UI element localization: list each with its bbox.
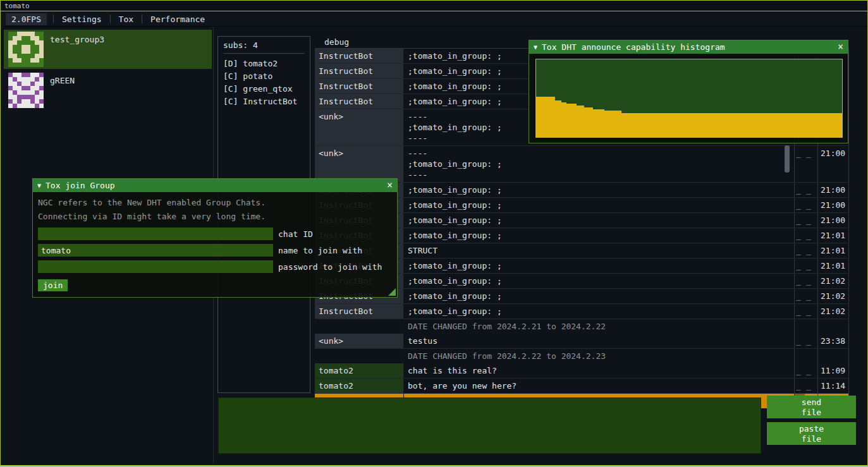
timestamp: 21:00 (817, 146, 848, 182)
histogram-bar (577, 106, 584, 137)
sender-name: tomato2 (315, 379, 403, 393)
group-item-test-group3[interactable]: test_group3 (4, 30, 212, 69)
chat-scrollbar-thumb[interactable] (785, 145, 790, 173)
message-row[interactable]: <unk>---- ;tomato_in_group: ; ----__21:0… (315, 146, 848, 183)
join-button[interactable]: join (38, 279, 68, 291)
window-titlebar[interactable]: tomato (1, 1, 867, 11)
histogram-bar (555, 100, 561, 137)
histogram-bar (593, 109, 604, 137)
join-name-input[interactable] (38, 244, 273, 257)
message-row[interactable]: tomato2bot, are you new here?__11:14 (315, 379, 848, 394)
message-text: DATE CHANGED from 2024.2.22 to 2024.2.23 (403, 349, 794, 363)
message-text: ;tomato_in_group: ; (403, 258, 794, 273)
message-text: ---- ;tomato_in_group: ; ---- (403, 146, 794, 182)
delivery-mark: _ (794, 334, 805, 348)
message-text: bot, are you new here? (403, 379, 794, 393)
message-text: ;tomato_in_group: ; (403, 228, 794, 243)
delivery-mark: _ (805, 334, 817, 348)
message-text: testus (403, 334, 794, 348)
delivery-mark (794, 349, 805, 363)
delivery-mark: _ (805, 363, 817, 378)
delivery-mark: _ (805, 274, 817, 288)
subs-item-potato[interactable]: [C] potato (223, 70, 305, 83)
subs-item-tomato2[interactable]: [D] tomato2 (223, 58, 305, 70)
menu-item-tox[interactable]: Tox (112, 13, 140, 25)
delivery-mark: _ (805, 228, 817, 243)
resize-grip[interactable] (388, 288, 396, 296)
subs-count: subs: 4 (223, 40, 305, 54)
delivery-mark: _ (805, 183, 817, 197)
system-row[interactable]: DATE CHANGED from 2024.2.22 to 2024.2.23 (315, 349, 848, 363)
sender-name: InstructBot (315, 64, 403, 78)
timestamp: 21:02 (817, 289, 848, 303)
histogram-plot (535, 59, 843, 138)
sender-name: InstructBot (315, 304, 403, 318)
timestamp: 11:09 (817, 363, 848, 378)
delivery-mark: _ (805, 258, 817, 273)
message-text: ;tomato_in_group: ; (403, 213, 794, 227)
chat-id-label: chat ID (278, 229, 313, 239)
message-input[interactable] (218, 397, 761, 454)
menu-separator (142, 15, 142, 23)
fps-indicator: 2.0FPS (6, 13, 47, 25)
delivery-mark: _ (805, 289, 817, 303)
subs-item-instructbot[interactable]: [C] InstructBot (223, 95, 305, 108)
sender-name: <unk> (315, 334, 403, 348)
window-title: tomato (4, 2, 30, 10)
join-password-label: password to join with (278, 262, 382, 272)
delivery-mark: _ (805, 379, 817, 393)
timestamp: 21:01 (817, 228, 848, 243)
menu-item-performance[interactable]: Performance (144, 13, 212, 25)
app-window: tomato 2.0FPS Settings Tox Performance t… (0, 0, 868, 466)
chat-tab-debug[interactable]: debug (324, 37, 349, 47)
message-text: ;tomato_in_group: ; (403, 289, 794, 303)
message-row[interactable]: <unk>testus__23:38 (315, 334, 848, 349)
group-name: test_group3 (50, 35, 104, 69)
join-password-input[interactable] (38, 260, 273, 273)
timestamp (817, 349, 848, 363)
join-group-window: ▼ Tox join Group × NGC refers to the New… (32, 178, 398, 298)
screen: tomato 2.0FPS Settings Tox Performance t… (0, 0, 868, 467)
delivery-mark: _ (794, 146, 805, 182)
timestamp: 21:02 (817, 274, 848, 288)
delivery-mark: _ (805, 243, 817, 258)
group-list: test_group3 gREEN (4, 30, 212, 112)
timestamp: 23:38 (817, 334, 848, 348)
histogram-bar (621, 113, 842, 137)
delivery-mark: _ (805, 304, 817, 318)
join-window-titlebar[interactable]: ▼ Tox join Group × (33, 179, 397, 192)
chat-id-input[interactable] (38, 227, 273, 240)
collapse-arrow-icon[interactable]: ▼ (37, 182, 41, 189)
timestamp: 21:01 (817, 258, 848, 273)
subs-item-green-qtox[interactable]: [C] green_qtox (223, 83, 305, 95)
paste-file-button[interactable]: paste file (767, 422, 856, 445)
group-avatar (8, 32, 44, 67)
sender-name: <unk> (315, 146, 403, 182)
delivery-mark: _ (794, 213, 805, 227)
close-icon[interactable]: × (838, 42, 843, 52)
delivery-mark: _ (794, 258, 805, 273)
sender-name: InstructBot (315, 94, 403, 109)
delivery-mark: _ (794, 228, 805, 243)
delivery-mark: _ (794, 379, 805, 393)
menu-separator (110, 15, 111, 23)
menu-bar: 2.0FPS Settings Tox Performance (1, 12, 867, 27)
join-name-label: name to join with (278, 246, 362, 255)
delivery-mark: _ (805, 146, 817, 182)
delivery-mark: _ (805, 213, 817, 227)
system-row[interactable]: DATE CHANGED from 2024.2.21 to 2024.2.22 (315, 319, 848, 334)
group-item-green[interactable]: gREEN (4, 71, 212, 110)
message-row[interactable]: tomato2chat is this real?__11:09 (315, 363, 848, 379)
delivery-mark (805, 319, 817, 334)
join-info-line: NGC refers to the New DHT enabled Group … (33, 196, 397, 210)
send-file-button[interactable]: send file (767, 396, 856, 418)
delivery-mark (805, 349, 817, 363)
delivery-mark: _ (794, 363, 805, 378)
histogram-window-titlebar[interactable]: ▼ Tox DHT announce capability histogram … (529, 40, 848, 54)
collapse-arrow-icon[interactable]: ▼ (534, 44, 537, 51)
timestamp: 21:00 (817, 198, 848, 212)
join-window-title: Tox join Group (46, 181, 115, 190)
message-row[interactable]: InstructBot;tomato_in_group: ;__21:02 (315, 304, 848, 319)
close-icon[interactable]: × (387, 181, 393, 190)
menu-item-settings[interactable]: Settings (55, 13, 109, 25)
